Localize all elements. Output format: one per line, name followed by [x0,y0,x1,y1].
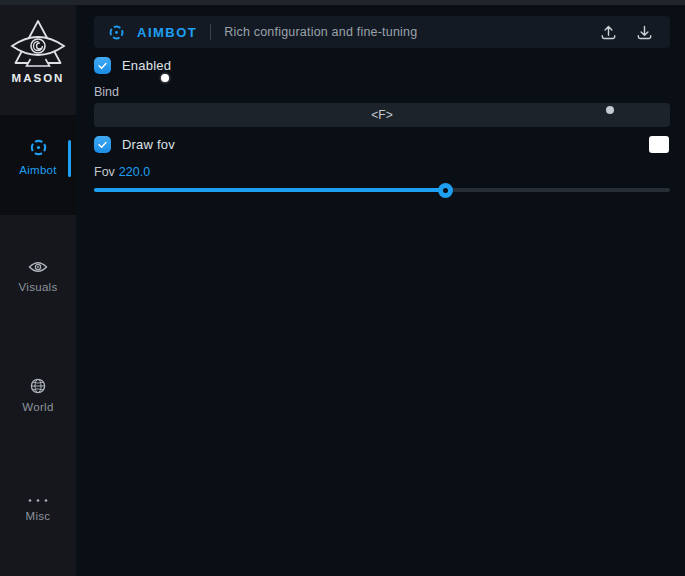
fov-color-picker[interactable] [649,136,669,153]
section-title: AIMBOT [137,25,197,40]
sidebar-item-world[interactable]: World [0,378,76,413]
fov-value: 220.0 [119,165,150,179]
draw-fov-row: Draw fov [94,136,175,153]
sidebar-item-label: Aimbot [19,164,57,176]
secondary-cursor-dot [606,106,614,114]
fov-slider[interactable] [94,182,670,198]
brand-name: MASON [12,72,65,84]
fov-label-row: Fov220.0 [94,165,150,179]
mason-eye-pyramid-icon [10,19,66,69]
check-icon [96,59,109,72]
download-icon [636,24,653,40]
crosshair-icon [29,138,48,157]
bind-label: Bind [94,85,119,99]
enabled-label: Enabled [122,58,171,73]
crosshair-icon [108,24,125,41]
sidebar-item-label: World [22,401,53,413]
draw-fov-checkbox[interactable] [94,136,111,153]
sidebar-item-label: Visuals [19,281,58,293]
section-header: AIMBOT Rich configuration and fine-tunin… [94,16,670,48]
main-panel: AIMBOT Rich configuration and fine-tunin… [76,0,685,576]
globe-icon [30,378,46,394]
section-subtitle: Rich configuration and fine-tuning [224,25,417,39]
eye-icon [28,260,48,274]
enabled-row: Enabled [94,57,171,74]
slider-fill [94,188,446,192]
brand-logo: MASON [0,19,76,84]
sidebar-item-aimbot[interactable]: Aimbot [0,138,76,176]
divider [210,24,211,40]
slider-handle[interactable] [438,183,453,198]
fov-label: Fov [94,165,115,179]
bind-input[interactable]: <F> [94,103,670,127]
check-icon [96,138,109,151]
sidebar: MASON Aimbot Visuals [0,5,76,576]
bind-value: <F> [371,108,392,122]
draw-fov-label: Draw fov [122,137,175,152]
ellipsis-icon [27,498,49,503]
enabled-checkbox[interactable] [94,57,111,74]
upload-config-button[interactable] [596,20,620,44]
mouse-cursor-dot [161,74,169,82]
download-config-button[interactable] [632,20,656,44]
sidebar-item-label: Misc [26,510,51,522]
sidebar-item-misc[interactable]: Misc [0,498,76,522]
upload-icon [600,24,617,40]
sidebar-item-visuals[interactable]: Visuals [0,260,76,293]
